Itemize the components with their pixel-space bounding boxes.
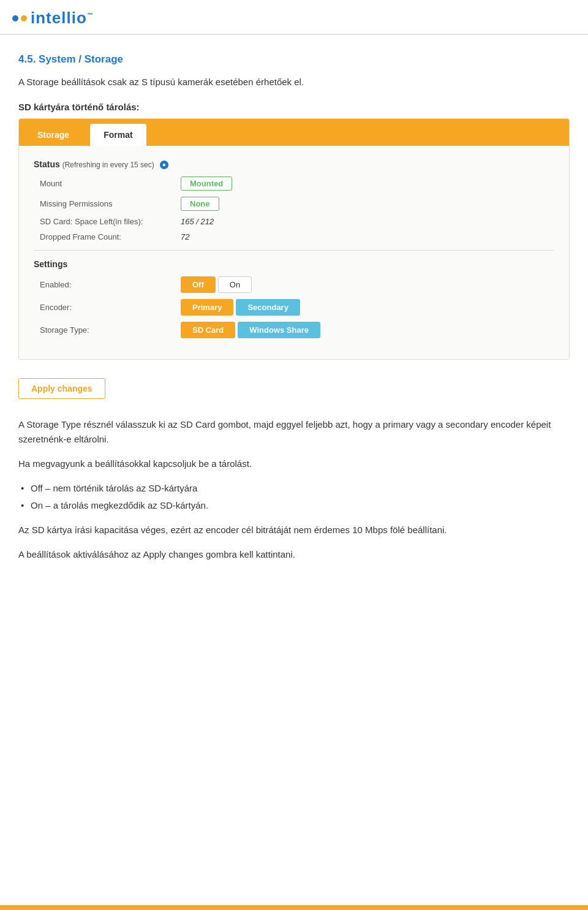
logo: intellio™ bbox=[12, 9, 94, 28]
mount-row: Mount Mounted bbox=[34, 176, 554, 191]
body-paragraph-4: A beállítások aktiválásához az Apply cha… bbox=[18, 547, 570, 562]
space-label: SD Card: Space Left(in files): bbox=[40, 217, 181, 226]
logo-dots bbox=[12, 15, 27, 21]
enabled-row: Enabled: Off On bbox=[34, 276, 554, 293]
panel-content: Status (Refreshing in every 15 sec) ● Mo… bbox=[19, 146, 569, 359]
body-paragraph-2: Ha megvagyunk a beállításokkal kapcsolju… bbox=[18, 457, 570, 471]
tab-bar: Storage Format bbox=[19, 119, 569, 146]
permissions-label: Missing Permissions bbox=[40, 199, 181, 208]
encoder-secondary-button[interactable]: Secondary bbox=[236, 299, 300, 316]
storage-sdcard-button[interactable]: SD Card bbox=[181, 322, 235, 338]
encoder-primary-button[interactable]: Primary bbox=[181, 299, 233, 316]
status-sub-label: (Refreshing in every 15 sec) bbox=[62, 161, 154, 169]
status-group-label: Status (Refreshing in every 15 sec) ● bbox=[34, 159, 554, 169]
enabled-btn-group: Off On bbox=[181, 276, 254, 293]
permissions-row: Missing Permissions None bbox=[34, 197, 554, 211]
space-value: 165 / 212 bbox=[181, 217, 214, 226]
enabled-on-button[interactable]: On bbox=[218, 276, 252, 293]
storage-panel: Storage Format Status (Refreshing in eve… bbox=[18, 118, 570, 360]
enabled-label: Enabled: bbox=[40, 280, 181, 289]
intro-text: A Storage beállítások csak az S típusú k… bbox=[18, 75, 570, 89]
body-paragraph-1: A Storage Type résznél válasszuk ki az S… bbox=[18, 417, 570, 447]
dropped-row: Dropped Frame Count: 72 bbox=[34, 232, 554, 241]
enabled-off-button[interactable]: Off bbox=[181, 276, 216, 293]
bullet-list: Off – nem történik tárolás az SD-kártyár… bbox=[18, 481, 570, 513]
page-header: intellio™ bbox=[0, 0, 588, 35]
list-item-off: Off – nem történik tárolás az SD-kártyár… bbox=[31, 481, 570, 496]
space-row: SD Card: Space Left(in files): 165 / 212 bbox=[34, 217, 554, 226]
main-content: 4.5. System / Storage A Storage beállítá… bbox=[0, 35, 588, 596]
storage-windows-button[interactable]: Windows Share bbox=[238, 322, 320, 338]
storage-type-label: Storage Type: bbox=[40, 325, 181, 335]
permissions-value: None bbox=[181, 197, 219, 211]
dropped-value: 72 bbox=[181, 232, 189, 241]
encoder-row: Encoder: Primary Secondary bbox=[34, 299, 554, 316]
bottom-bar bbox=[0, 905, 588, 910]
info-icon: ● bbox=[160, 161, 168, 169]
sd-label: SD kártyára történő tárolás: bbox=[18, 102, 570, 112]
encoder-btn-group: Primary Secondary bbox=[181, 299, 303, 316]
section-title: 4.5. System / Storage bbox=[18, 53, 570, 66]
apply-changes-button[interactable]: Apply changes bbox=[18, 378, 105, 399]
mount-label: Mount bbox=[40, 179, 181, 188]
dot-blue bbox=[12, 15, 18, 21]
encoder-label: Encoder: bbox=[40, 303, 181, 312]
panel-divider bbox=[34, 250, 554, 251]
logo-text: intellio™ bbox=[31, 9, 94, 28]
storage-type-btn-group: SD Card Windows Share bbox=[181, 322, 323, 338]
list-item-on: On – a tárolás megkezdődik az SD-kártyán… bbox=[31, 498, 570, 513]
dropped-label: Dropped Frame Count: bbox=[40, 232, 181, 241]
tab-format[interactable]: Format bbox=[90, 124, 146, 146]
body-paragraph-3: Az SD kártya írási kapacitása véges, ezé… bbox=[18, 523, 570, 537]
tab-storage[interactable]: Storage bbox=[24, 124, 83, 146]
body-section: A Storage Type résznél válasszuk ki az S… bbox=[18, 417, 570, 562]
logo-tm: ™ bbox=[87, 12, 94, 18]
dot-orange bbox=[21, 15, 27, 21]
settings-group-label: Settings bbox=[34, 259, 554, 269]
mount-value: Mounted bbox=[181, 176, 232, 191]
storage-type-row: Storage Type: SD Card Windows Share bbox=[34, 322, 554, 338]
